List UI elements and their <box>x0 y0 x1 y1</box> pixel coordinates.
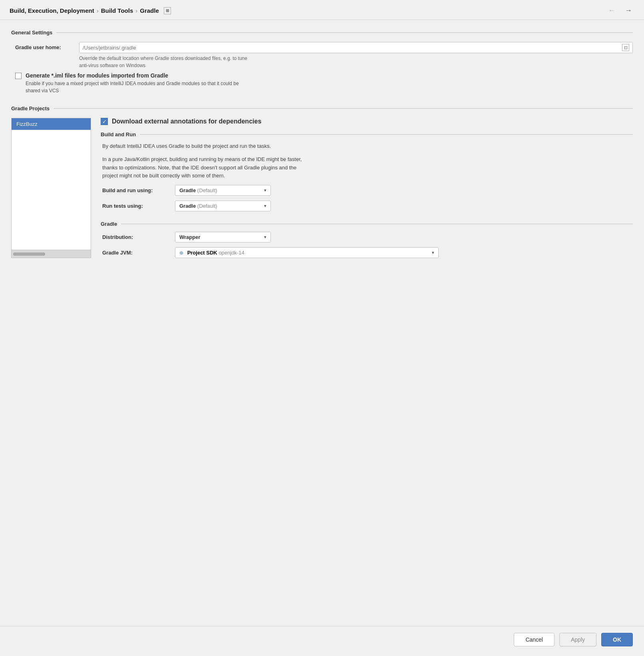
project-list-scrollbar-container <box>11 250 91 258</box>
apply-button[interactable]: Apply <box>559 633 596 646</box>
breadcrumb: Build, Execution, Deployment › Build Too… <box>10 7 171 14</box>
generate-iml-hint: Enable if you have a mixed project with … <box>26 80 239 94</box>
dropdown-chevron-icon: ▾ <box>264 188 266 193</box>
breadcrumb-item-1: Build, Execution, Deployment <box>10 7 94 14</box>
breadcrumb-item-3: Gradle <box>140 7 159 14</box>
project-settings-panel: ✓ Download external annotations for depe… <box>91 118 633 258</box>
build-run-using-row: Build and run using: Gradle (Default) ▾ <box>101 185 633 196</box>
dropdown-chevron-icon-4: ▾ <box>432 250 434 255</box>
gradle-projects-title: Gradle Projects <box>11 105 50 111</box>
gradle-jvm-value: ⊕ Project SDK openjdk-14 <box>179 250 244 256</box>
general-settings-section: General Settings Gradle user home: ⊡ Ove… <box>11 30 633 97</box>
project-list-scrollbar-thumb[interactable] <box>13 252 45 256</box>
distribution-label: Distribution: <box>102 234 170 240</box>
dialog-header: Build, Execution, Deployment › Build Too… <box>0 0 644 20</box>
dropdown-chevron-icon-3: ▾ <box>264 235 266 240</box>
run-tests-using-value: Gradle (Default) <box>179 203 217 209</box>
gradle-user-home-input-wrapper: ⊡ <box>79 42 633 53</box>
general-settings-title: General Settings <box>11 30 52 36</box>
gradle-jvm-gray: openjdk-14 <box>219 250 244 256</box>
generate-iml-label: Generate *.iml files for modules importe… <box>26 72 239 79</box>
project-list-scroll: FizzBuzz <box>11 118 91 250</box>
gradle-user-home-content: ⊡ Override the default location where Gr… <box>79 42 633 69</box>
generate-iml-label-group: Generate *.iml files for modules importe… <box>26 72 239 94</box>
gradle-section-divider <box>121 224 633 224</box>
gradle-section-title: Gradle <box>101 221 117 227</box>
build-run-using-gray: (Default) <box>197 187 217 193</box>
build-and-run-desc2: In a pure Java/Kotlin project, building … <box>101 155 633 180</box>
run-tests-using-label: Run tests using: <box>102 203 170 209</box>
download-annotations-checkbox[interactable]: ✓ <box>101 118 108 125</box>
cancel-button[interactable]: Cancel <box>514 633 555 646</box>
build-run-using-label: Build and run using: <box>102 187 170 193</box>
gradle-user-home-row: Gradle user home: ⊡ Override the default… <box>11 42 633 69</box>
gradle-projects-section: Gradle Projects FizzBuzz ✓ <box>11 105 633 258</box>
generate-iml-row: Generate *.iml files for modules importe… <box>11 72 633 94</box>
build-run-using-bold: Gradle <box>179 187 196 193</box>
build-run-using-value: Gradle (Default) <box>179 187 217 193</box>
breadcrumb-sep-1: › <box>97 7 99 14</box>
project-list: FizzBuzz <box>11 118 91 258</box>
download-annotations-label: Download external annotations for depend… <box>112 118 261 125</box>
gradle-jvm-bold: Project SDK <box>187 250 217 256</box>
build-and-run-divider <box>140 134 633 135</box>
browse-icon[interactable]: ⊡ <box>622 44 629 51</box>
run-tests-using-row: Run tests using: Gradle (Default) ▾ <box>101 201 633 211</box>
sdk-icon: ⊕ <box>179 250 183 256</box>
gradle-user-home-input[interactable] <box>83 45 620 51</box>
run-tests-using-gray: (Default) <box>197 203 217 209</box>
dialog-footer: Cancel Apply OK <box>0 626 644 656</box>
dropdown-chevron-icon-2: ▾ <box>264 203 266 209</box>
gradle-projects-body: FizzBuzz ✓ Download external annotations… <box>11 118 633 258</box>
breadcrumb-item-2: Build Tools <box>101 7 133 14</box>
build-and-run-section: Build and Run By default IntelliJ IDEA u… <box>101 131 633 211</box>
forward-button[interactable]: → <box>622 6 634 16</box>
general-settings-divider <box>56 32 633 33</box>
distribution-row: Distribution: Wrapper ▾ <box>101 232 633 243</box>
gradle-jvm-label: Gradle JVM: <box>102 250 170 256</box>
gradle-user-home-label: Gradle user home: <box>15 42 79 50</box>
gradle-projects-divider <box>54 108 633 109</box>
project-list-item[interactable]: FizzBuzz <box>12 118 91 130</box>
run-tests-using-dropdown[interactable]: Gradle (Default) ▾ <box>175 201 271 211</box>
gradle-user-home-hint: Override the default location where Grad… <box>79 55 359 69</box>
distribution-dropdown[interactable]: Wrapper ▾ <box>175 232 271 243</box>
build-and-run-desc1: By default IntelliJ IDEA uses Gradle to … <box>101 142 633 151</box>
generate-iml-checkbox[interactable] <box>15 73 22 79</box>
gradle-jvm-row: Gradle JVM: ⊕ Project SDK openjdk-14 ▾ <box>101 247 633 258</box>
gradle-jvm-dropdown[interactable]: ⊕ Project SDK openjdk-14 ▾ <box>175 247 439 258</box>
breadcrumb-sep-2: › <box>135 7 137 14</box>
build-run-using-dropdown[interactable]: Gradle (Default) ▾ <box>175 185 271 196</box>
layout-icon[interactable]: ⊞ <box>164 7 171 14</box>
download-annotations-row: ✓ Download external annotations for depe… <box>101 118 633 125</box>
nav-buttons: ← → <box>606 6 634 16</box>
back-button[interactable]: ← <box>606 6 618 16</box>
run-tests-using-bold: Gradle <box>179 203 196 209</box>
build-and-run-title: Build and Run <box>101 131 136 137</box>
ok-button[interactable]: OK <box>601 633 633 646</box>
gradle-section: Gradle Distribution: Wrapper ▾ <box>101 221 633 258</box>
distribution-value: Wrapper <box>179 234 201 240</box>
